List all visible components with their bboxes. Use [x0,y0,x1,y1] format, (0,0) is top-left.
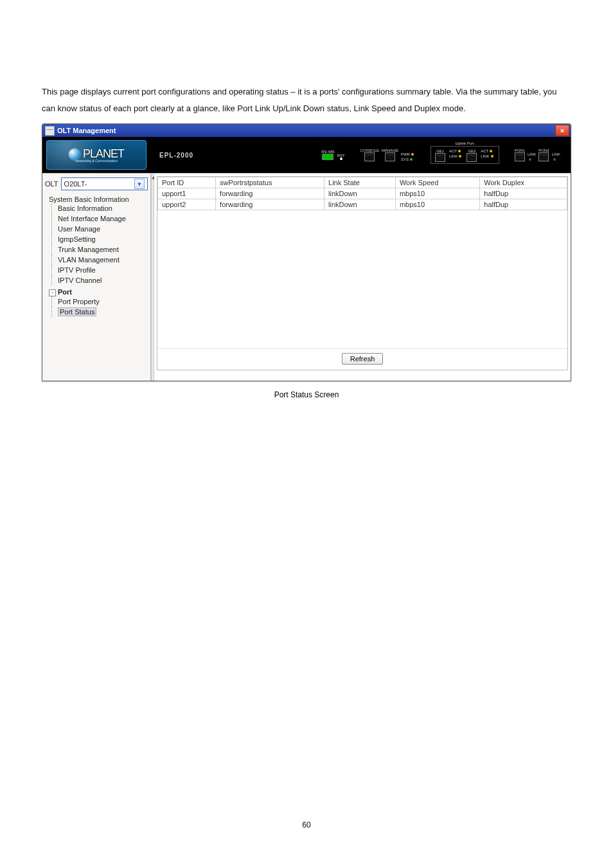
ge2-act-label: ACT [481,149,488,153]
tree-item-trunk[interactable]: Trunk Management [58,246,119,253]
col-work-duplex: Work Duplex [480,177,567,188]
tree-item-igmp[interactable]: IgmpSetting [58,235,96,243]
pon1-port-icon [515,152,525,161]
refresh-button[interactable]: Refresh [342,353,384,365]
tree-item-port[interactable]: Port [58,288,72,296]
pon2-link-label: LINK [552,152,560,156]
ge1-act-led-icon [458,150,461,152]
col-work-speed: Work Speed [395,177,479,188]
cell: upport1 [158,188,216,199]
device-header-panel: PLANET Networking & Communication EPL-20… [42,137,571,173]
app-window: OLT Management × PLANET Networking & Com… [42,123,571,381]
col-rstp-status: swPortrstpstatus [216,177,324,188]
sys-label: SYS [401,158,409,161]
pon-port-group: PON1 LINK PON2 LINK [515,149,560,161]
pon1-led-icon [529,158,531,161]
tree-item-net-interface[interactable]: Net Interface Manage [58,215,126,222]
pwr-label: PWR [401,152,410,156]
window-title-bar: OLT Management × [42,124,571,137]
rst-led-icon [340,158,342,160]
sidebar: OLT O20LT- ▼ System Basic Information Ba… [42,174,151,381]
splitter-handle[interactable] [151,174,154,381]
tree-item-user-manage[interactable]: User Manage [58,225,100,233]
brand-subtitle: Networking & Communication [75,159,118,163]
cell: mbps10 [395,199,479,210]
tree-item-port-status[interactable]: Port Status [58,307,96,316]
ge2-act-led-icon [490,150,492,152]
tree-item-iptv-channel[interactable]: IPTV Channel [58,276,102,284]
sys-led-icon [410,158,413,161]
table-row[interactable]: upport1 forwarding linkDown mbps10 halfD… [158,188,567,199]
cell: linkDown [324,199,396,210]
olt-dropdown[interactable]: O20LT- ▼ [61,177,148,190]
cell: halfDup [480,188,567,199]
ge1-port-icon [435,153,445,162]
ge2-port-icon [466,153,477,162]
col-port-id: Port ID [158,177,216,188]
tree-collapse-icon[interactable]: - [49,289,56,296]
intro-paragraph: This page displays current port configur… [42,84,571,117]
cell: upport2 [158,199,216,210]
tree-root[interactable]: System Basic Information [49,195,129,203]
pon2-port-icon [538,152,549,161]
tree-item-iptv-profile[interactable]: IPTV Profile [58,266,96,274]
col-link-state: Link State [324,177,396,188]
window-icon [45,126,55,136]
pwr-led-icon [411,153,414,156]
window-title: OLT Management [57,127,116,134]
main-panel: Port ID swPortrstpstatus Link State Work… [154,174,571,381]
rs485-port-group: RS-485 RST [321,150,344,160]
cell: forwarding [216,188,324,199]
ge2-link-led-icon [491,155,493,158]
brand-logo-box: PLANET Networking & Communication [46,140,147,170]
manage-port-icon [385,152,395,161]
brand-orb-icon [69,149,80,160]
chevron-down-icon: ▼ [134,179,145,189]
cell: mbps10 [395,188,479,199]
tree-item-basic-info[interactable]: Basic Information [58,204,112,212]
nav-tree: System Basic Information Basic Informati… [45,194,148,318]
uplink-port-group: Uplink Port GE1 ACT LINK GE2 ACT [431,146,499,164]
pon2-led-icon [553,158,556,161]
olt-label: OLT [45,180,58,188]
window-close-button[interactable]: × [555,125,569,136]
cell: forwarding [216,199,324,210]
rs485-port-icon [322,154,333,160]
ge1-link-label: LINK [449,154,458,158]
ge1-link-led-icon [459,155,461,158]
port-status-table: Port ID swPortrstpstatus Link State Work… [157,177,567,210]
cell: linkDown [324,188,396,199]
ge2-link-label: LINK [481,154,489,158]
tree-item-port-property[interactable]: Port Property [58,298,100,305]
table-header-row: Port ID swPortrstpstatus Link State Work… [158,177,567,188]
cell: halfDup [480,199,567,210]
table-row[interactable]: upport2 forwarding linkDown mbps10 halfD… [158,199,567,210]
console-port-icon [364,152,375,161]
console-manage-group: CONSOLE MANAGE PWR SYS [360,149,415,161]
figure-caption: Port Status Screen [42,390,571,399]
olt-dropdown-value: O20LT- [64,180,87,188]
pon1-link-label: LINK [528,152,536,156]
device-model: EPL-2000 [159,152,193,159]
uplink-label: Uplink Port [454,141,475,145]
page-number: 60 [0,820,613,829]
tree-item-vlan[interactable]: VLAN Management [58,256,120,264]
ge1-act-label: ACT [449,149,457,153]
